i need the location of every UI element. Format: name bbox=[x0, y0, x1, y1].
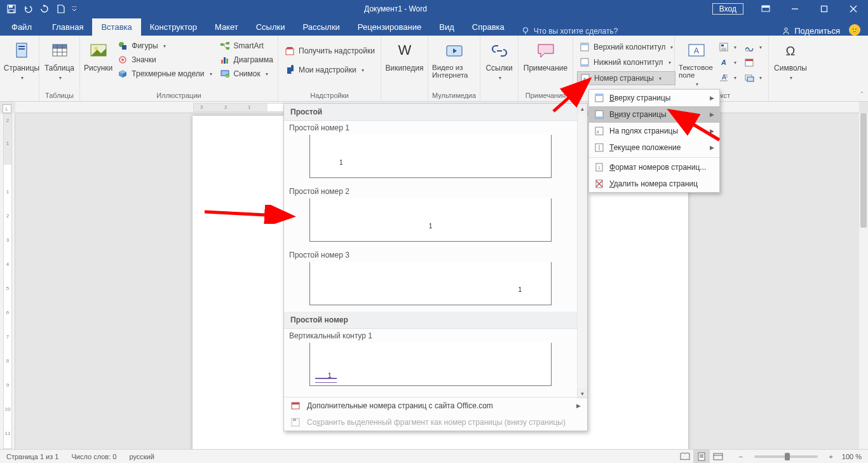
redo-icon[interactable] bbox=[37, 2, 52, 16]
new-doc-icon[interactable] bbox=[53, 2, 69, 16]
share-button[interactable]: Поделиться bbox=[773, 26, 849, 36]
gallery-preview-2[interactable]: 1 bbox=[309, 198, 552, 242]
online-video-button[interactable]: Видео из Интернета bbox=[432, 38, 476, 79]
video-icon bbox=[444, 41, 465, 61]
tab-references[interactable]: Ссылки bbox=[247, 18, 294, 36]
date-time-button[interactable] bbox=[742, 56, 764, 69]
smartart-button[interactable]: SmartArt bbox=[217, 39, 276, 52]
symbols-button[interactable]: Ω Символы ▾ bbox=[773, 38, 808, 81]
shapes-button[interactable]: Фигуры▾ bbox=[115, 39, 214, 52]
tab-design[interactable]: Конструктор bbox=[141, 18, 206, 36]
tab-review[interactable]: Рецензирование bbox=[349, 18, 430, 36]
svg-rect-33 bbox=[224, 57, 226, 64]
maximize-button[interactable] bbox=[810, 0, 839, 18]
tab-file[interactable]: Файл bbox=[0, 18, 43, 36]
svg-rect-60 bbox=[745, 59, 753, 61]
tell-me-search[interactable]: Что вы хотите сделать? bbox=[513, 27, 626, 36]
share-icon bbox=[782, 27, 790, 36]
zoom-level[interactable]: 100 % bbox=[839, 453, 868, 460]
3d-models-button[interactable]: Трехмерные модели▾ bbox=[115, 67, 214, 80]
page-number-bottom[interactable]: Внизу страницы ▶ bbox=[589, 106, 719, 123]
wikipedia-icon: W bbox=[395, 41, 415, 61]
drop-cap-button[interactable]: A▾ bbox=[716, 71, 739, 84]
gallery-item-1[interactable]: Простой номер 1 bbox=[284, 121, 577, 134]
tab-help[interactable]: Справка bbox=[463, 18, 513, 36]
vertical-scrollbar[interactable] bbox=[859, 113, 868, 449]
page-number-margins[interactable]: # На полях страницы ▶ bbox=[589, 123, 719, 139]
quick-parts-button[interactable]: ▾ bbox=[716, 41, 739, 53]
web-layout-button[interactable] bbox=[710, 450, 726, 464]
header-button[interactable]: Верхний колонтитул▾ bbox=[577, 41, 675, 53]
undo-icon[interactable] bbox=[20, 2, 36, 16]
screenshot-button[interactable]: +Снимок▾ bbox=[217, 67, 276, 80]
textbox-icon: A bbox=[686, 41, 707, 61]
pages-button[interactable]: Страницы ▾ bbox=[4, 38, 39, 81]
table-button[interactable]: Таблица ▾ bbox=[43, 38, 76, 81]
gallery-item-3[interactable]: Простой номер 3 bbox=[284, 248, 577, 261]
links-button[interactable]: Ссылки ▾ bbox=[484, 38, 514, 81]
wordart-button[interactable]: A▾ bbox=[716, 56, 739, 69]
scroll-up-icon[interactable]: ▲ bbox=[578, 104, 587, 114]
svg-rect-32 bbox=[221, 60, 223, 64]
minimize-button[interactable] bbox=[780, 0, 810, 18]
pages-label: Страницы bbox=[4, 64, 39, 73]
table-icon bbox=[50, 41, 70, 61]
chart-button[interactable]: Диаграмма bbox=[217, 53, 276, 66]
footer-button[interactable]: Нижний колонтитул▾ bbox=[577, 56, 675, 69]
vertical-ruler[interactable]: 2 1 1 2 3 4 5 6 7 8 9 10 11 bbox=[0, 113, 15, 449]
gallery-item-2[interactable]: Простой номер 2 bbox=[284, 184, 577, 197]
wordart-icon: A bbox=[719, 57, 729, 67]
ribbon-display-options-icon[interactable] bbox=[751, 0, 780, 18]
more-page-numbers-office[interactable]: Дополнительные номера страниц с сайта Of… bbox=[284, 397, 587, 414]
status-language[interactable]: русский bbox=[123, 453, 160, 460]
status-word-count[interactable]: Число слов: 0 bbox=[65, 453, 123, 460]
gallery-scrollbar[interactable]: ▲ ▼ bbox=[577, 104, 587, 399]
page-number-button[interactable]: #Номер страницы▾ bbox=[577, 71, 675, 85]
zoom-out-button[interactable]: − bbox=[733, 450, 749, 464]
gallery-preview-4[interactable]: 1 bbox=[309, 343, 552, 386]
remove-page-numbers[interactable]: Удалить номера страниц bbox=[589, 176, 719, 192]
date-icon bbox=[744, 57, 754, 67]
gallery-preview-1[interactable]: 1 bbox=[309, 135, 552, 178]
store-icon bbox=[285, 46, 295, 56]
menu-label: верху страницы bbox=[614, 93, 670, 102]
gallery-preview-3[interactable]: 1 bbox=[309, 262, 552, 305]
close-button[interactable] bbox=[839, 0, 868, 18]
save-icon[interactable] bbox=[4, 2, 19, 16]
tab-layout[interactable]: Макет bbox=[206, 18, 247, 36]
svg-rect-34 bbox=[226, 59, 228, 64]
zoom-in-button[interactable]: + bbox=[823, 450, 839, 464]
collapse-ribbon-icon[interactable]: ˆ bbox=[861, 92, 863, 99]
tab-selector[interactable]: L bbox=[3, 104, 11, 113]
chevron-right-icon: ▶ bbox=[710, 128, 714, 134]
format-page-numbers[interactable]: 1 Формат номеров страниц... bbox=[589, 159, 719, 176]
page-number-top[interactable]: Вверху страницы ▶ bbox=[589, 90, 719, 106]
zoom-slider[interactable] bbox=[754, 455, 818, 458]
pictures-button[interactable]: Рисунки bbox=[84, 38, 112, 73]
svg-text:A: A bbox=[721, 59, 726, 66]
wikipedia-button[interactable]: W Википедия bbox=[385, 38, 424, 73]
tab-home[interactable]: Главная bbox=[43, 18, 92, 36]
get-addins-button[interactable]: Получить надстройки bbox=[282, 45, 377, 57]
page-number-current[interactable]: Текущее положение ▶ bbox=[589, 139, 719, 156]
feedback-smiley-icon[interactable]: 🙂 bbox=[849, 24, 860, 36]
gallery-item-4[interactable]: Вертикальный контур 1 bbox=[284, 329, 577, 342]
cube-icon bbox=[118, 69, 128, 79]
addins-group-label: Надстройки bbox=[282, 90, 377, 101]
tab-mailings[interactable]: Рассылки bbox=[294, 18, 348, 36]
object-button[interactable]: ▾ bbox=[742, 71, 764, 84]
my-addins-button[interactable]: Мои надстройки▾ bbox=[282, 64, 377, 76]
text-box-button[interactable]: A Текстовое поле ▾ bbox=[679, 38, 714, 87]
read-mode-button[interactable] bbox=[677, 450, 693, 464]
tab-insert[interactable]: Вставка bbox=[92, 18, 140, 36]
sign-in-button[interactable]: Вход bbox=[712, 3, 743, 15]
svg-rect-42 bbox=[581, 43, 588, 45]
qat-customize-icon[interactable] bbox=[70, 2, 79, 16]
save-selection-as-page-number: Сохранить выделенный фрагмент как номер … bbox=[284, 414, 587, 431]
icons-button[interactable]: Значки bbox=[115, 53, 214, 66]
status-page[interactable]: Страница 1 из 1 bbox=[0, 453, 65, 460]
comment-button[interactable]: Примечание bbox=[522, 38, 569, 73]
print-layout-button[interactable] bbox=[693, 450, 710, 464]
signature-line-button[interactable]: ▾ bbox=[742, 41, 764, 53]
tab-view[interactable]: Вид bbox=[430, 18, 463, 36]
